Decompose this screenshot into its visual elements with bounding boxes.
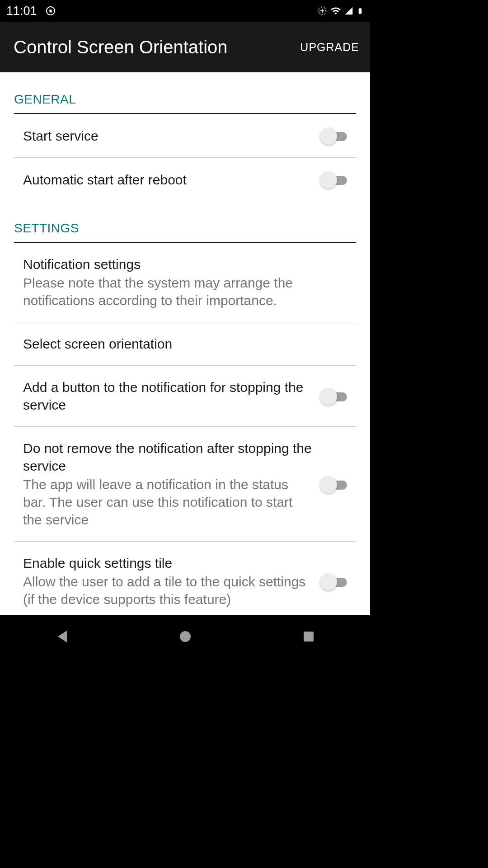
setting-stop-button[interactable]: Add a button to the notification for sto… bbox=[14, 366, 356, 427]
setting-text: Start service bbox=[23, 127, 313, 145]
section-settings: SETTINGS Notification settings Please no… bbox=[0, 201, 370, 615]
recent-icon bbox=[303, 631, 314, 642]
setting-label: Notification settings bbox=[23, 255, 347, 273]
data-saver-icon bbox=[317, 6, 327, 16]
statusbar-right bbox=[317, 5, 364, 16]
setting-desc: Please note that the system may arrange … bbox=[23, 274, 347, 309]
setting-label: Select screen orientation bbox=[23, 335, 347, 353]
upgrade-button[interactable]: UPGRADE bbox=[300, 41, 359, 54]
setting-desc: Allow the user to add a tile to the quic… bbox=[23, 573, 313, 608]
statusbar: 11:01 bbox=[0, 0, 370, 22]
setting-text: Add a button to the notification for sto… bbox=[23, 378, 313, 414]
setting-desc: The app will leave a notification in the… bbox=[23, 476, 313, 528]
nav-recent-button[interactable] bbox=[268, 623, 349, 650]
toggle-stop-button[interactable] bbox=[320, 387, 347, 405]
setting-start-service[interactable]: Start service bbox=[14, 114, 356, 158]
setting-notification-settings[interactable]: Notification settings Please note that t… bbox=[14, 243, 356, 322]
toggle-auto-start[interactable] bbox=[320, 170, 347, 189]
setting-keep-notification[interactable]: Do not remove the notification after sto… bbox=[14, 427, 356, 542]
setting-text: Do not remove the notification after sto… bbox=[23, 439, 313, 528]
section-general: GENERAL Start service Automatic start af… bbox=[0, 72, 370, 201]
svg-point-0 bbox=[180, 631, 191, 642]
appbar: Control Screen Orientation UPGRADE bbox=[0, 22, 370, 72]
cellular-signal-icon bbox=[344, 6, 353, 15]
setting-text: Select screen orientation bbox=[23, 335, 347, 353]
nav-back-button[interactable] bbox=[21, 623, 103, 650]
battery-icon bbox=[357, 5, 364, 16]
toggle-start-service[interactable] bbox=[320, 127, 347, 145]
setting-text: Notification settings Please note that t… bbox=[23, 255, 347, 309]
setting-label: Start service bbox=[23, 127, 313, 145]
back-icon bbox=[56, 630, 68, 643]
setting-text: Enable quick settings tile Allow the use… bbox=[23, 554, 313, 608]
toggle-thumb bbox=[320, 476, 337, 493]
toggle-thumb bbox=[320, 171, 337, 189]
nav-home-button[interactable] bbox=[145, 623, 226, 650]
toggle-thumb bbox=[320, 127, 337, 145]
setting-text: Automatic start after reboot bbox=[23, 171, 313, 189]
section-header-general: GENERAL bbox=[14, 72, 356, 114]
status-time: 11:01 bbox=[6, 4, 37, 18]
setting-select-orientation[interactable]: Select screen orientation bbox=[14, 322, 356, 366]
section-header-settings: SETTINGS bbox=[14, 201, 356, 243]
setting-label: Enable quick settings tile bbox=[23, 554, 313, 572]
statusbar-left: 11:01 bbox=[6, 4, 56, 18]
svg-rect-1 bbox=[304, 632, 314, 642]
setting-label: Add a button to the notification for sto… bbox=[23, 378, 313, 414]
app-title: Control Screen Orientation bbox=[14, 37, 228, 57]
orientation-lock-icon bbox=[45, 5, 56, 16]
wifi-icon bbox=[330, 5, 341, 16]
setting-quick-tile[interactable]: Enable quick settings tile Allow the use… bbox=[14, 542, 356, 615]
navbar bbox=[0, 615, 370, 658]
content-area[interactable]: GENERAL Start service Automatic start af… bbox=[0, 72, 370, 615]
home-icon bbox=[179, 631, 191, 642]
toggle-keep-notification[interactable] bbox=[320, 475, 347, 493]
toggle-thumb bbox=[320, 388, 337, 405]
toggle-quick-tile[interactable] bbox=[320, 572, 347, 590]
setting-label: Automatic start after reboot bbox=[23, 171, 313, 189]
setting-label: Do not remove the notification after sto… bbox=[23, 439, 313, 475]
setting-auto-start[interactable]: Automatic start after reboot bbox=[14, 158, 356, 201]
screen: 11:01 Control Screen Orientation UPGR bbox=[0, 0, 370, 658]
toggle-thumb bbox=[320, 573, 337, 590]
